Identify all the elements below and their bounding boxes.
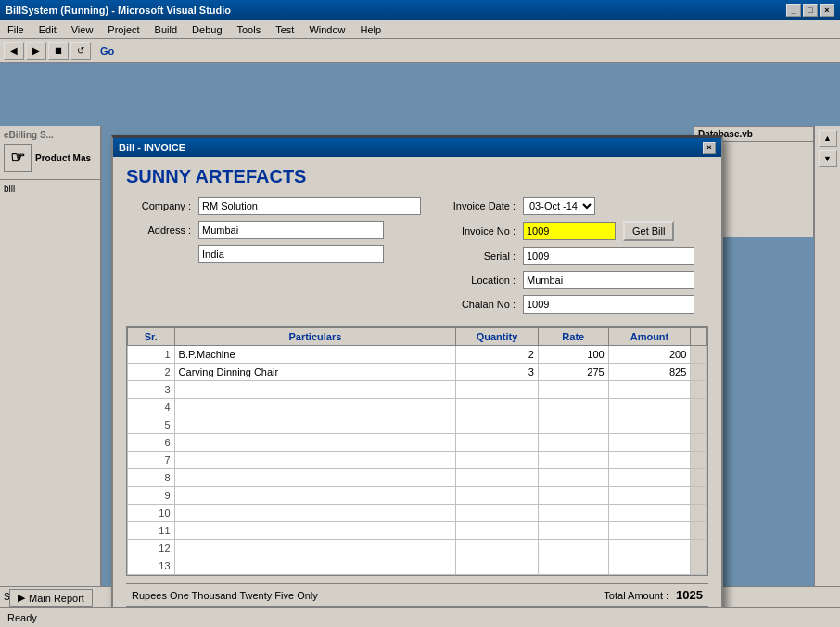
invoice-table: Sr. Particulars Quantity Rate Amount 1 B…	[127, 327, 707, 575]
cell-rate[interactable]	[538, 469, 608, 487]
restore-btn[interactable]: □	[803, 4, 818, 17]
menu-window[interactable]: Window	[305, 23, 349, 36]
invoice-table-container: Sr. Particulars Quantity Rate Amount 1 B…	[126, 326, 708, 576]
menu-file[interactable]: File	[4, 23, 28, 36]
table-row: 1 B.P.Machine 2 100 200	[128, 346, 707, 364]
cell-rate[interactable]	[538, 416, 608, 434]
cell-rate[interactable]: 275	[538, 364, 608, 381]
cell-quantity[interactable]: 2	[456, 346, 539, 364]
report-tab[interactable]: ▶ Main Report	[9, 589, 93, 607]
cell-quantity[interactable]	[456, 469, 539, 487]
report-tab-icon: ▶	[18, 592, 25, 604]
cell-amount[interactable]: 825	[608, 364, 691, 381]
cell-quantity[interactable]	[456, 434, 539, 452]
toolbar-btn-4[interactable]: ↺	[70, 42, 91, 60]
table-row: 9	[128, 487, 707, 505]
table-row: 4	[128, 399, 707, 416]
cell-particulars[interactable]	[174, 487, 456, 505]
address-line2-input[interactable]	[198, 245, 384, 263]
cell-quantity[interactable]	[456, 452, 539, 469]
bill-item[interactable]: bill	[0, 180, 100, 198]
serial-label: Serial :	[451, 250, 515, 262]
cell-amount[interactable]	[608, 399, 691, 416]
cell-rate[interactable]	[538, 452, 608, 469]
chalan-input[interactable]	[523, 295, 694, 314]
cell-quantity[interactable]: 3	[456, 364, 539, 381]
total-amount-container: Total Amount : 1025	[604, 588, 703, 602]
location-label: Location :	[451, 275, 515, 286]
invoice-date-dropdown[interactable]: 03-Oct -14	[523, 197, 595, 215]
menu-debug[interactable]: Debug	[188, 23, 225, 36]
cell-amount[interactable]	[608, 434, 691, 452]
cell-rate[interactable]	[538, 434, 608, 452]
minimize-btn[interactable]: _	[786, 4, 801, 17]
cell-particulars[interactable]: Carving Dinning Chair	[174, 364, 456, 381]
cell-quantity[interactable]	[456, 540, 539, 557]
toolbar-btn-3[interactable]: ⏹	[48, 42, 69, 60]
summary-row: Rupees One Thousand Twenty Five Only Tot…	[126, 583, 708, 606]
cell-quantity[interactable]	[456, 399, 539, 416]
cell-sr: 5	[128, 416, 175, 434]
cell-particulars[interactable]	[174, 540, 456, 557]
serial-input[interactable]	[523, 247, 694, 265]
menu-project[interactable]: Project	[104, 23, 143, 36]
cell-particulars[interactable]	[174, 469, 456, 487]
cell-sr: 1	[128, 346, 175, 364]
menu-view[interactable]: View	[68, 23, 97, 36]
cell-amount[interactable]	[608, 540, 691, 557]
cell-sr: 9	[128, 487, 175, 505]
cell-rate[interactable]	[538, 487, 608, 505]
cell-particulars[interactable]	[174, 381, 456, 399]
cell-amount[interactable]	[608, 522, 691, 540]
cell-rate[interactable]	[538, 381, 608, 399]
cell-quantity[interactable]	[456, 487, 539, 505]
cell-amount[interactable]	[608, 557, 691, 575]
menu-help[interactable]: Help	[357, 23, 386, 36]
cell-quantity[interactable]	[456, 381, 539, 399]
cell-amount[interactable]	[608, 505, 691, 522]
location-input[interactable]	[523, 271, 694, 289]
modal-close-icon[interactable]: ×	[703, 142, 716, 154]
col-header-sr: Sr.	[128, 328, 175, 346]
cell-particulars[interactable]	[174, 505, 456, 522]
cell-amount[interactable]: 200	[608, 346, 691, 364]
cell-rate[interactable]	[538, 399, 608, 416]
company-input[interactable]	[198, 197, 421, 215]
cell-quantity[interactable]	[456, 557, 539, 575]
menu-build[interactable]: Build	[151, 23, 181, 36]
toolbar-btn-2[interactable]: ▶	[26, 42, 46, 60]
menu-test[interactable]: Test	[272, 23, 298, 36]
address-line1-input[interactable]	[198, 221, 384, 239]
cell-amount[interactable]	[608, 452, 691, 469]
cell-particulars[interactable]	[174, 434, 456, 452]
cell-rate[interactable]: 100	[538, 346, 608, 364]
cell-rate[interactable]	[538, 540, 608, 557]
cell-particulars[interactable]	[174, 522, 456, 540]
cell-particulars[interactable]	[174, 557, 456, 575]
cell-rate[interactable]	[538, 522, 608, 540]
menu-bar: File Edit View Project Build Debug Tools…	[0, 20, 840, 39]
cell-rate[interactable]	[538, 505, 608, 522]
invoice-no-input[interactable]	[523, 222, 616, 240]
cell-particulars[interactable]	[174, 399, 456, 416]
cell-quantity[interactable]	[456, 505, 539, 522]
cell-particulars[interactable]	[174, 416, 456, 434]
cell-particulars[interactable]	[174, 452, 456, 469]
cell-amount[interactable]	[608, 416, 691, 434]
cell-quantity[interactable]	[456, 416, 539, 434]
toolbar-btn-1[interactable]: ◀	[4, 42, 24, 60]
close-btn[interactable]: ×	[820, 4, 834, 17]
menu-edit[interactable]: Edit	[35, 23, 60, 36]
cell-amount[interactable]	[608, 381, 691, 399]
scrollbar-cell	[691, 487, 707, 505]
cell-sr: 4	[128, 399, 175, 416]
cell-quantity[interactable]	[456, 522, 539, 540]
menu-tools[interactable]: Tools	[234, 23, 265, 36]
cell-rate[interactable]	[538, 557, 608, 575]
get-bill-button[interactable]: Get Bill	[623, 221, 674, 241]
cell-amount[interactable]	[608, 469, 691, 487]
cell-particulars[interactable]: B.P.Machine	[174, 346, 456, 364]
invoice-modal: Bill - INVOICE × SUNNY ARTEFACTS Company…	[111, 135, 723, 627]
cell-amount[interactable]	[608, 487, 691, 505]
address-row-2	[126, 245, 432, 263]
